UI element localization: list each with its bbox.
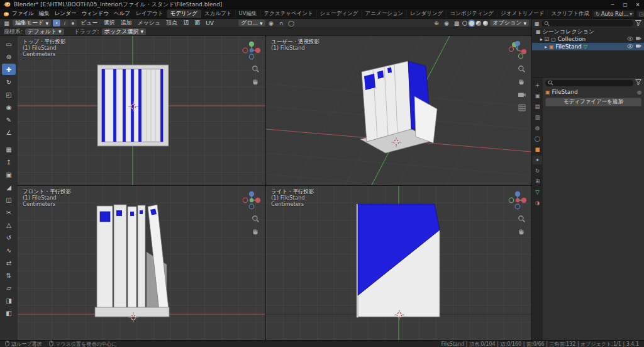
pan-hand-icon[interactable] (518, 227, 526, 237)
tool-rip-region[interactable]: ◨ (2, 295, 16, 306)
mode-dropdown[interactable]: 編集モード ▾ (13, 20, 51, 26)
tab-world[interactable]: ◯ (533, 134, 542, 143)
viewport-right-ortho[interactable]: ライト・平行投影 (1) FileStand Centimeters (266, 186, 531, 340)
scene-selector[interactable]: ◳ Scene ✕ (636, 10, 644, 18)
navigation-gizmo[interactable] (241, 190, 262, 212)
tool-cursor[interactable]: ⊕ (2, 51, 16, 62)
menu-add[interactable]: 追加 (118, 19, 133, 27)
tool-shrink-fatten[interactable]: ⇅ (2, 270, 16, 281)
toggle-xray-icon[interactable]: ▩ (452, 20, 460, 27)
menu-render[interactable]: レンダー (52, 10, 79, 18)
tool-loop-cut[interactable]: ◫ (2, 194, 16, 205)
drag-mode-dropdown[interactable]: ボックス選択 ▾ (102, 28, 146, 35)
snap-magnet-icon[interactable]: ∩ (277, 20, 286, 27)
hide-eye-icon[interactable] (627, 36, 633, 42)
navigation-gizmo[interactable] (507, 40, 528, 62)
tab-scene[interactable]: ◍ (533, 123, 542, 132)
menu-view[interactable]: ビュー (79, 19, 99, 27)
workspace-tab-rendering[interactable]: レンダリング (407, 9, 447, 18)
viewport-canvas-persp[interactable] (266, 36, 531, 185)
tool-measure[interactable]: ∠ (2, 127, 16, 138)
pin-icon[interactable]: ◎ (637, 89, 641, 95)
navigation-gizmo[interactable] (241, 40, 262, 62)
outliner-search-input[interactable] (541, 20, 633, 26)
workspace-tab-sculpting[interactable]: スカルプト (201, 9, 236, 18)
expander-icon[interactable]: ▸ (540, 37, 543, 42)
outliner-row-collection[interactable]: ▸ ☑ ▢ Collection (532, 35, 644, 43)
tab-view-layer[interactable]: ▥ (533, 113, 542, 122)
menu-face[interactable]: 面 (192, 19, 202, 27)
pivot-point-icon[interactable]: ◉ (267, 20, 275, 27)
tab-material[interactable]: ◑ (533, 198, 542, 207)
breadcrumb-object-name[interactable]: FileStand (552, 89, 578, 95)
zoom-icon[interactable] (518, 65, 526, 74)
shading-rendered-icon[interactable] (483, 21, 488, 26)
navigation-gizmo[interactable] (507, 190, 528, 212)
disable-render-camera-icon[interactable] (635, 36, 641, 42)
workspace-tab-texture-paint[interactable]: テクスチャペイント (261, 9, 317, 18)
tool-extrude[interactable]: ↥ (2, 156, 16, 168)
viewport-top-ortho[interactable]: トップ・平行投影 (1) FileStand Centimeters (18, 36, 265, 185)
tool-spin[interactable]: ↺ (2, 232, 16, 243)
collection-checkbox[interactable]: ☑ (545, 37, 549, 42)
outliner-row-scene-collection[interactable]: ▦ シーンコレクション (532, 28, 644, 35)
tool-rip-edge[interactable]: ◧ (2, 307, 16, 319)
menu-edit[interactable]: 編集 (36, 10, 52, 18)
tab-output[interactable]: ▤ (533, 102, 542, 111)
shading-wireframe-icon[interactable] (462, 21, 467, 26)
edge-select-button[interactable]: / (61, 20, 69, 26)
options-dropdown[interactable]: オプション ▾ (490, 20, 529, 26)
tab-modifiers[interactable]: ✦ (533, 156, 542, 164)
camera-view-icon[interactable] (518, 91, 526, 100)
tab-constraints[interactable]: ⊞ (533, 177, 542, 186)
transform-orientation-dropdown[interactable]: デフォルト ▾ (25, 28, 64, 35)
workspace-tab-geometry-nodes[interactable]: ジオメトリノード (497, 9, 548, 18)
workspace-tab-layout[interactable]: レイアウト (133, 9, 167, 18)
face-select-button[interactable]: ▪ (69, 20, 77, 26)
blender-menu-icon[interactable] (3, 10, 9, 18)
show-gizmo-icon[interactable]: ⊕ (432, 20, 440, 27)
tool-shear[interactable]: ▱ (2, 282, 16, 293)
properties-search-input[interactable] (545, 80, 633, 86)
tool-add-cube[interactable]: ▦ (2, 144, 16, 155)
pan-hand-icon[interactable] (252, 227, 260, 237)
tool-annotate[interactable]: ✎ (2, 114, 16, 125)
tab-render[interactable]: ▣ (533, 91, 542, 100)
workspace-tab-compositing[interactable]: コンポジティング (447, 9, 497, 18)
shading-material-icon[interactable] (476, 21, 481, 26)
tab-tool[interactable]: + (533, 81, 542, 89)
menu-vertex[interactable]: 頂点 (164, 19, 179, 27)
minimize-button[interactable]: ─ (606, 0, 619, 9)
auto-rel-dropdown[interactable]: ↻ Auto Rel... ▾ (593, 10, 635, 18)
menu-file[interactable]: ファイル (9, 10, 36, 18)
tool-scale[interactable]: ◰ (2, 89, 16, 100)
shading-solid-icon[interactable] (469, 21, 474, 26)
vertex-select-button[interactable]: • (53, 20, 60, 26)
pan-hand-icon[interactable] (252, 77, 260, 87)
tool-rotate[interactable]: ↻ (2, 76, 16, 88)
tab-physics[interactable]: ↻ (533, 166, 542, 175)
menu-help[interactable]: ヘルプ (111, 10, 133, 18)
menu-mesh[interactable]: メッシュ (135, 19, 162, 27)
tool-knife[interactable]: ✂ (2, 207, 16, 218)
menu-window[interactable]: ウィンドウ (79, 10, 111, 18)
viewport-canvas-front[interactable] (18, 186, 265, 340)
orientation-dropdown[interactable]: グロ... ▾ (238, 20, 265, 26)
tool-move[interactable]: ✚ (2, 64, 16, 75)
workspace-tab-shading[interactable]: シェーディング (317, 9, 362, 18)
tool-inset-faces[interactable]: ▣ (2, 169, 16, 180)
tab-object-data[interactable]: ▽ (533, 188, 542, 196)
viewport-user-persp[interactable]: ユーザー・透視投影 (1) FileStand (266, 36, 531, 185)
add-modifier-button[interactable]: モディファイアーを追加 (545, 98, 641, 106)
hide-eye-icon[interactable] (627, 43, 633, 50)
workspace-tab-scripting[interactable]: スクリプト作成 (548, 9, 593, 18)
menu-uv[interactable]: UV (204, 20, 216, 26)
toggle-ortho-icon[interactable] (518, 104, 526, 113)
tab-object[interactable]: ■ (533, 145, 542, 154)
tool-edge-slide[interactable]: ⇄ (2, 257, 16, 268)
expander-icon[interactable]: ▸ (545, 44, 547, 50)
tool-poly-build[interactable]: △ (2, 219, 16, 230)
filter-icon[interactable] (635, 20, 641, 27)
workspace-tab-animation[interactable]: アニメーション (362, 9, 408, 18)
close-button[interactable]: ✕ (631, 0, 644, 9)
